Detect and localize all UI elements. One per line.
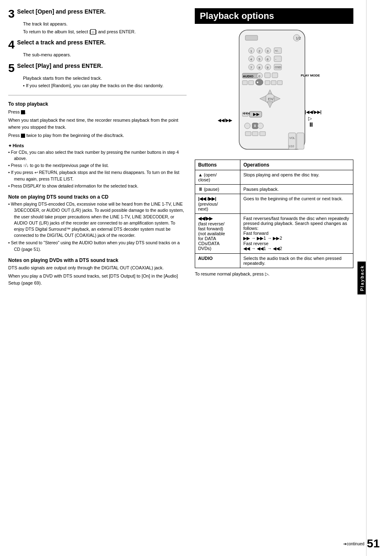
svg-rect-40 (271, 81, 276, 85)
svg-text:⏸: ⏸ (253, 124, 257, 128)
resume-text: To resume normal playback, press ▷. (195, 271, 353, 277)
step-5-number: 5 (8, 63, 15, 74)
playback-table: Buttons Operations ▲ (open/close) Stops … (195, 160, 353, 268)
table-cell-operation: Selects the audio track on the disc when… (240, 254, 353, 268)
step-4-title: Select a track and press ENTER. (17, 39, 106, 46)
page-footer: ➜continued 51 (343, 538, 380, 549)
svg-text:2: 2 (258, 49, 261, 53)
stop-icon-2 (21, 134, 25, 138)
note-dts-item-2: Set the sound to "Stereo" using the AUDI… (8, 240, 187, 252)
svg-text:AUDIO: AUDIO (243, 74, 254, 78)
svg-rect-32 (265, 73, 270, 78)
table-cell-operation: Fast reverses/fast forwards the disc whe… (240, 214, 353, 254)
step-3-body: The track list appears. To return to the… (23, 21, 187, 35)
step-3: 3Select [Open] and press ENTER. The trac… (8, 8, 187, 35)
step-5-title: Select [Play] and press ENTER. (17, 63, 103, 69)
svg-text:5: 5 (258, 58, 261, 61)
svg-text:◀◀/▶▶: ◀◀/▶▶ (217, 118, 233, 123)
svg-text:+/-: +/- (275, 49, 279, 52)
stop-playback-body1: When you start playback the next time, t… (8, 117, 187, 130)
svg-rect-60 (245, 132, 251, 136)
table-header-buttons: Buttons (195, 160, 240, 170)
divider-1 (8, 95, 187, 95)
hint-item: Press DISPLAY to show detailed informati… (8, 183, 187, 189)
svg-rect-64 (297, 133, 304, 149)
remote-svg: 1/2 1 2 3 +/- 4 (206, 28, 342, 155)
svg-text:9: 9 (267, 66, 269, 70)
svg-text:1/2: 1/2 (296, 36, 301, 40)
svg-rect-41 (277, 81, 282, 85)
svg-rect-33 (272, 73, 278, 78)
svg-text:4: 4 (250, 58, 252, 61)
svg-text:7: 7 (250, 66, 252, 70)
note-dts-item-1: When playing DTS-encoded CDs, excessive … (8, 201, 187, 239)
table-row: ◀◀/▶▶(fast reverse/fast forward)(not ava… (195, 214, 353, 254)
table-cell-operation: Pauses playback. (240, 185, 353, 194)
playback-tab: Playback (357, 0, 367, 556)
stop-icon (21, 110, 25, 114)
hint-item: For CDs, you can also select the track n… (8, 149, 187, 162)
table-row: ▲ (open/close) Stops playing and opens t… (195, 170, 353, 185)
note-dts-title: Note on playing DTS sound tracks on a CD (8, 194, 187, 200)
table-cell-button: ⏸ (pause) (195, 185, 240, 194)
note-dvd-body2: When you play a DVD with DTS sound track… (8, 273, 187, 286)
stop-playback-body2: Press twice to play from the beginning o… (8, 132, 187, 139)
svg-text:VOL: VOL (289, 137, 295, 139)
svg-text:⏸: ⏸ (308, 121, 314, 128)
page-number: 51 (367, 538, 380, 549)
playback-tab-label: Playback (358, 262, 366, 294)
step-4: 4Select a track and press ENTER. The sub… (8, 39, 187, 58)
svg-point-55 (244, 123, 250, 129)
svg-rect-1 (245, 35, 258, 40)
svg-text:0: 0 (258, 74, 261, 78)
note-dvd-body1: DTS audio signals are output only throug… (8, 264, 187, 271)
table-cell-button: ◀◀/▶▶(fast reverse/fast forward)(not ava… (195, 214, 240, 254)
table-row: |◀◀ /▶▶|(previous/next) Goes to the begi… (195, 194, 353, 214)
note-dvd-title: Notes on playing DVDs with a DTS sound t… (8, 257, 187, 263)
svg-text:▶▶: ▶▶ (253, 112, 260, 116)
table-row: ⏸ (pause) Pauses playback. (195, 185, 353, 194)
continued-text: ➜continued (343, 542, 364, 546)
svg-rect-36 (249, 81, 254, 85)
table-row: AUDIO Selects the audio track on the dis… (195, 254, 353, 268)
svg-point-58 (258, 123, 263, 129)
table-cell-operation: Goes to the beginning of the current or … (240, 194, 353, 214)
remote-diagram: 1/2 1 2 3 +/- 4 (204, 28, 344, 155)
table-cell-operation: Stops playing and opens the disc tray. (240, 170, 353, 185)
svg-text:|◀◀/▶▶|: |◀◀/▶▶| (305, 110, 322, 114)
svg-rect-35 (242, 81, 247, 85)
step-4-number: 4 (8, 39, 15, 51)
svg-rect-39 (265, 81, 270, 85)
step-4-body: The sub-menu appears. (23, 51, 187, 58)
svg-text:1: 1 (250, 49, 252, 53)
table-cell-button: AUDIO (195, 254, 240, 268)
svg-text:1/10: 1/10 (288, 145, 294, 148)
svg-text:8: 8 (258, 66, 261, 70)
stop-playback-press: Press . (8, 109, 187, 116)
note-dts-section: Note on playing DTS sound tracks on a CD… (8, 194, 187, 253)
svg-text:●: ● (256, 80, 258, 84)
table-cell-button: ▲ (open/close) (195, 170, 240, 185)
note-dvd-section: Notes on playing DVDs with a DTS sound t… (8, 257, 187, 287)
step-5: 5Select [Play] and press ENTER. Playback… (8, 63, 187, 89)
stop-playback-section: To stop playback Press . When you start … (8, 101, 187, 139)
step-5-body: Playback starts from the selected track.… (23, 75, 187, 89)
svg-text:◀◀◀: ◀◀◀ (242, 111, 250, 115)
svg-rect-61 (252, 132, 258, 136)
table-header-operations: Operations (240, 160, 353, 170)
step-3-title: Select [Open] and press ENTER. (17, 8, 106, 15)
table-cell-button: |◀◀ /▶▶|(previous/next) (195, 194, 240, 214)
note-dts-list: When playing DTS-encoded CDs, excessive … (8, 201, 187, 253)
svg-rect-0 (239, 30, 305, 149)
hints-section: Hints For CDs, you can also select the t… (8, 143, 187, 190)
stop-playback-title: To stop playback (8, 101, 187, 107)
svg-text:6: 6 (267, 58, 269, 61)
svg-text:▷: ▷ (308, 116, 312, 121)
playback-options-title: Playback options (195, 8, 353, 24)
svg-text:3: 3 (267, 49, 269, 53)
hints-title: Hints (8, 143, 187, 148)
svg-text:PLAY MODE: PLAY MODE (301, 74, 320, 77)
hint-item: Press ↑/↓ to go to the next/previous pag… (8, 162, 187, 169)
step-3-number: 3 (8, 8, 15, 20)
hints-list: For CDs, you can also select the track n… (8, 149, 187, 190)
